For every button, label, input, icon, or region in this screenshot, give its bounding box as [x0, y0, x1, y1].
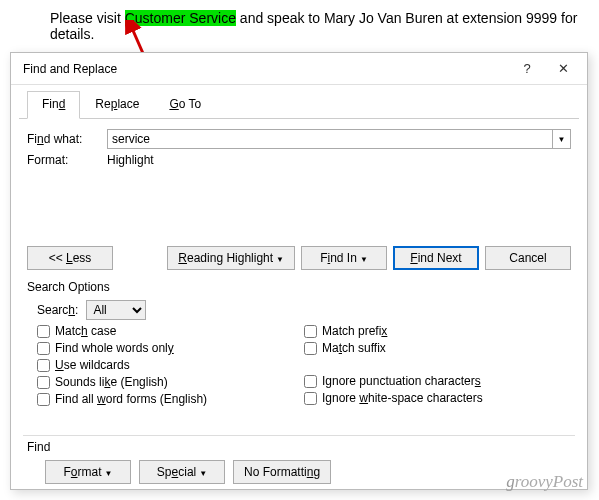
close-button[interactable]: ✕ — [545, 55, 581, 83]
no-formatting-button[interactable]: No Formatting — [233, 460, 331, 484]
tab-find[interactable]: Find — [27, 91, 80, 119]
reading-highlight-button[interactable]: Reading Highlight▼ — [167, 246, 295, 270]
search-options-label: Search Options — [11, 278, 587, 296]
dialog-titlebar: Find and Replace ? ✕ — [11, 53, 587, 85]
ignore-punct-checkbox[interactable]: Ignore punctuation characters — [304, 374, 571, 388]
find-section-label: Find — [27, 440, 571, 454]
tab-goto[interactable]: Go To — [154, 91, 216, 118]
word-forms-checkbox[interactable]: Find all word forms (English) — [37, 392, 304, 406]
tab-replace[interactable]: Replace — [80, 91, 154, 118]
chevron-down-icon: ▼ — [276, 255, 284, 264]
wildcards-checkbox[interactable]: Use wildcards — [37, 358, 304, 372]
dialog-tabs: Find Replace Go To — [19, 85, 579, 119]
find-next-button[interactable]: Find Next — [393, 246, 479, 270]
match-suffix-checkbox[interactable]: Match suffix — [304, 341, 571, 355]
chevron-down-icon: ▼ — [360, 255, 368, 264]
less-button[interactable]: << Less — [27, 246, 113, 270]
highlighted-match: Customer Service — [125, 10, 236, 26]
chevron-down-icon: ▼ — [199, 469, 207, 478]
find-what-input[interactable] — [107, 129, 553, 149]
match-case-checkbox[interactable]: Match case — [37, 324, 304, 338]
find-in-button[interactable]: Find In▼ — [301, 246, 387, 270]
search-direction-select[interactable]: All — [86, 300, 146, 320]
find-what-label: Find what: — [27, 132, 107, 146]
chevron-down-icon: ▼ — [105, 469, 113, 478]
cancel-button[interactable]: Cancel — [485, 246, 571, 270]
whole-words-checkbox[interactable]: Find whole words only — [37, 341, 304, 355]
match-prefix-checkbox[interactable]: Match prefix — [304, 324, 571, 338]
format-label: Format: — [27, 153, 107, 167]
find-what-dropdown[interactable]: ▼ — [553, 129, 571, 149]
dialog-title: Find and Replace — [23, 62, 509, 76]
sounds-like-checkbox[interactable]: Sounds like (English) — [37, 375, 304, 389]
format-button[interactable]: Format▼ — [45, 460, 131, 484]
help-button[interactable]: ? — [509, 55, 545, 83]
ignore-whitespace-checkbox[interactable]: Ignore white-space characters — [304, 391, 571, 405]
special-button[interactable]: Special▼ — [139, 460, 225, 484]
find-replace-dialog: Find and Replace ? ✕ Find Replace Go To … — [10, 52, 588, 490]
watermark: groovyPost — [506, 472, 583, 492]
document-text: Please visit Customer Service and speak … — [0, 0, 599, 42]
search-direction-label: Search: — [37, 303, 78, 317]
format-value: Highlight — [107, 153, 154, 167]
